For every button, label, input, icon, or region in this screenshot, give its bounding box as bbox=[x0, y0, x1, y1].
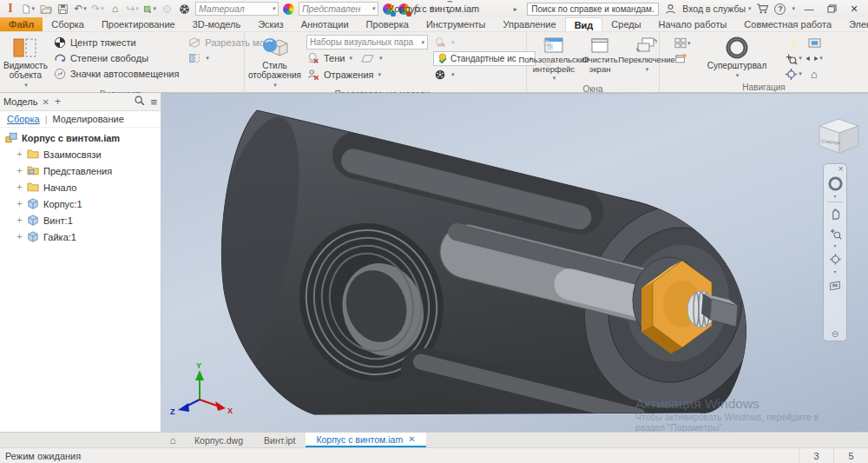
orbit-icon[interactable]: ▾ bbox=[785, 68, 802, 81]
parameters-fx-button[interactable]: fx bbox=[414, 3, 422, 16]
expander-icon[interactable]: + bbox=[16, 166, 23, 175]
doc-tab-close-icon[interactable]: ✕ bbox=[408, 434, 415, 444]
tree-node-vint[interactable]: + Винт:1 bbox=[0, 212, 161, 228]
zoom-all-icon[interactable] bbox=[808, 37, 821, 49]
qat-expand-chevron-icon[interactable]: ▸ bbox=[509, 3, 522, 16]
view-home-icon[interactable]: ⌂ bbox=[811, 68, 818, 81]
browser-tab-model[interactable]: Модель✕ bbox=[3, 96, 49, 107]
tab-get-started[interactable]: Начало работы bbox=[650, 17, 736, 31]
tab-tools[interactable]: Инструменты bbox=[418, 17, 495, 31]
expander-icon[interactable]: + bbox=[16, 232, 23, 241]
camera-projection-button[interactable]: ▾ bbox=[433, 35, 536, 50]
expander-icon[interactable]: + bbox=[16, 149, 23, 159]
tab-inspect[interactable]: Проверка bbox=[358, 17, 418, 31]
open-file-button[interactable] bbox=[39, 3, 52, 16]
restore-button[interactable] bbox=[823, 2, 840, 16]
navbar-collapse-icon[interactable]: ⊖ bbox=[832, 329, 838, 339]
material-dropdown[interactable]: Материал▾ bbox=[195, 2, 279, 16]
appearance-wheel-icon[interactable] bbox=[178, 3, 191, 16]
navbar-steering-wheel-icon[interactable] bbox=[828, 175, 843, 192]
expander-icon[interactable]: + bbox=[16, 182, 23, 192]
zoom-fit-icon[interactable]: ▾ bbox=[806, 53, 823, 64]
object-visibility-button[interactable]: Видимость объекта ▾ bbox=[3, 35, 48, 89]
shadows-button[interactable]: Тени▾ bbox=[306, 50, 352, 66]
tree-node-korpus[interactable]: + Корпус:1 bbox=[0, 195, 161, 212]
adjust-appearance-icon[interactable] bbox=[383, 3, 394, 15]
center-of-gravity-button[interactable]: Центр тяжести bbox=[53, 35, 179, 50]
navbar-zoom-dropdown-icon[interactable]: ▾ bbox=[833, 243, 836, 248]
visual-sets-dropdown[interactable]: Наборы визуальных пара▾ bbox=[306, 35, 428, 50]
automate-constraint-icons-button[interactable]: Значки автосовмещения bbox=[53, 66, 179, 82]
minimize-button[interactable]: — bbox=[800, 2, 818, 16]
pan-icon[interactable] bbox=[787, 36, 800, 50]
help-dropdown-icon[interactable]: ▾ bbox=[792, 5, 795, 12]
browser-filter-assembly[interactable]: Сборка bbox=[7, 114, 40, 124]
degrees-of-freedom-button[interactable]: Степени свободы bbox=[53, 50, 179, 66]
tab-file[interactable]: Файл bbox=[0, 17, 43, 31]
tab-3d-model[interactable]: 3D-модель bbox=[184, 17, 249, 31]
reflections-button[interactable]: Отражения▾ bbox=[306, 67, 428, 83]
panel-label-navigation[interactable]: Навигация bbox=[660, 82, 868, 92]
tab-manage[interactable]: Управление bbox=[494, 17, 564, 31]
navbar-pan-icon[interactable] bbox=[829, 205, 842, 222]
help-icon[interactable]: ? bbox=[774, 3, 786, 15]
navbar-zoom-icon[interactable] bbox=[829, 224, 842, 241]
navigation-bar[interactable]: ✕ ▾ ▾ ▾ ⊖ bbox=[823, 163, 847, 341]
color-wheel-icon[interactable] bbox=[283, 3, 294, 15]
doc-tab-korpus-s-vintom-iam[interactable]: Корпус с винтом.iam ✕ bbox=[306, 433, 425, 447]
refine-appearance-icon[interactable] bbox=[541, 56, 555, 69]
tab-collaborate[interactable]: Совместная работа bbox=[735, 17, 840, 31]
browser-menu-icon[interactable]: ≡ bbox=[150, 96, 157, 109]
tab-annotate[interactable]: Аннотации bbox=[293, 17, 358, 31]
clean-screen-button[interactable]: Очистить экран bbox=[581, 35, 619, 75]
select-filter-button[interactable]: ▾ bbox=[143, 3, 156, 16]
tab-design[interactable]: Проектирование bbox=[93, 17, 184, 31]
display-style-button[interactable]: Стиль отображения ▾ bbox=[248, 35, 301, 89]
navbar-orbit-icon[interactable] bbox=[829, 250, 842, 268]
measure-plus-icon[interactable]: + bbox=[426, 3, 439, 16]
tree-node-root[interactable]: Корпус с винтом.iam bbox=[0, 129, 161, 146]
save-button[interactable] bbox=[56, 3, 69, 16]
help-search-input[interactable] bbox=[527, 3, 659, 16]
browser-add-tab-button[interactable]: + bbox=[55, 96, 61, 108]
home-tab-icon[interactable]: ⌂ bbox=[161, 433, 184, 447]
navbar-close-icon[interactable]: ✕ bbox=[838, 166, 844, 173]
steering-wheel-button[interactable]: Суперштурвал ▾ bbox=[703, 35, 771, 80]
graphics-viewport[interactable]: Y X Z Спереди ✕ ▾ ▾ bbox=[161, 93, 868, 432]
doc-tab-vint-ipt[interactable]: Винт.ipt bbox=[253, 433, 306, 447]
inventor-logo-icon[interactable]: I bbox=[3, 2, 17, 16]
tab-electromechanical[interactable]: Электромеханический проект bbox=[840, 17, 868, 31]
panel-label-windows[interactable]: Окна bbox=[527, 84, 659, 94]
navbar-look-at-icon[interactable] bbox=[828, 276, 842, 294]
customize-qat-icon[interactable]: ▔▾ bbox=[444, 3, 457, 16]
iproperties-button[interactable] bbox=[161, 3, 174, 16]
tab-view[interactable]: Вид bbox=[565, 17, 603, 31]
tab-sketch[interactable]: Эскиз bbox=[249, 17, 292, 31]
app-store-cart-icon[interactable] bbox=[756, 3, 769, 16]
appearance-dropdown[interactable]: Представлен▾ bbox=[299, 2, 378, 16]
tab-environments[interactable]: Среды bbox=[602, 17, 649, 31]
zoom-icon[interactable]: ▾ bbox=[785, 52, 802, 65]
home-view-button[interactable]: ⌂ bbox=[108, 3, 122, 16]
new-file-button[interactable]: ▾ bbox=[22, 3, 35, 16]
navbar-wheel-dropdown-icon[interactable]: ▾ bbox=[833, 194, 836, 199]
expander-icon[interactable]: + bbox=[16, 215, 23, 225]
browser-filter-modeling[interactable]: Моделирование bbox=[53, 114, 124, 124]
close-button[interactable]: ✕ bbox=[845, 2, 863, 16]
doc-tab-korpus-dwg[interactable]: Корпус.dwg bbox=[184, 433, 253, 447]
tree-node-gaika[interactable]: + Гайка:1 bbox=[0, 228, 161, 245]
expander-icon[interactable]: + bbox=[16, 199, 23, 208]
navbar-orbit-dropdown-icon[interactable]: ▾ bbox=[833, 269, 836, 274]
undo-button[interactable]: ↶▾ bbox=[74, 3, 87, 16]
tree-node-relationships[interactable]: + Взаимосвязи bbox=[0, 146, 161, 162]
tree-node-representations[interactable]: + Представления bbox=[0, 162, 161, 179]
ground-plane-button[interactable]: ▾ bbox=[361, 50, 383, 66]
redo-button[interactable]: ↷▾ bbox=[91, 3, 104, 16]
browser-tab-close-icon[interactable]: ✕ bbox=[42, 97, 49, 107]
return-button[interactable]: ↪▾ bbox=[126, 3, 139, 16]
sign-in-button[interactable]: Вход в службы▾ bbox=[682, 3, 751, 14]
assembly-3d-model[interactable]: Y X Z Спереди bbox=[161, 94, 868, 432]
clear-appearance-icon[interactable] bbox=[398, 3, 410, 15]
browser-search-icon[interactable] bbox=[134, 95, 145, 109]
view-cube[interactable]: Спереди bbox=[819, 119, 858, 153]
